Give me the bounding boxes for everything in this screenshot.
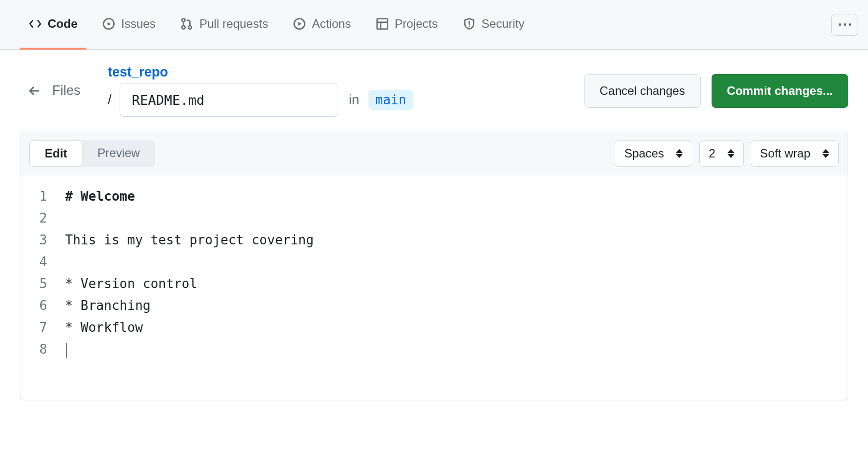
- line-number: 4: [20, 251, 65, 273]
- tab-label: Projects: [395, 17, 438, 31]
- line-content[interactable]: [65, 207, 848, 229]
- repo-nav-tabs: Code Issues Pull requests Actions Projec…: [20, 0, 831, 50]
- table-icon: [376, 17, 389, 30]
- line-content[interactable]: [65, 338, 848, 360]
- svg-point-3: [182, 26, 186, 29]
- back-arrow-icon[interactable]: [27, 84, 41, 98]
- in-label: in: [349, 92, 360, 108]
- chevron-sort-icon: [676, 149, 683, 158]
- indent-size-select[interactable]: 2: [699, 140, 743, 167]
- editor: Edit Preview Spaces 2 Soft wrap 1# Welco…: [20, 132, 848, 400]
- svg-point-7: [468, 25, 470, 27]
- code-line: 7* Workflow: [20, 316, 848, 338]
- tab-label: Security: [482, 17, 525, 31]
- tab-label: Pull requests: [199, 17, 268, 31]
- tab-security[interactable]: Security: [454, 0, 534, 50]
- edit-tab[interactable]: Edit: [29, 140, 82, 167]
- line-number: 2: [20, 207, 65, 229]
- tab-projects[interactable]: Projects: [367, 0, 447, 50]
- svg-point-1: [107, 22, 110, 25]
- chevron-sort-icon: [727, 149, 734, 158]
- files-label: Files: [52, 83, 80, 98]
- repo-nav: Code Issues Pull requests Actions Projec…: [0, 0, 868, 50]
- indent-mode-select[interactable]: Spaces: [615, 140, 692, 167]
- tab-label: Code: [48, 17, 77, 31]
- issue-icon: [102, 17, 115, 30]
- filename-input[interactable]: [120, 83, 338, 117]
- header-actions: Cancel changes Commit changes...: [584, 74, 849, 108]
- branch-pill[interactable]: main: [368, 90, 414, 110]
- select-value: Spaces: [624, 147, 664, 160]
- line-number: 6: [20, 295, 65, 316]
- code-line: 8: [20, 338, 848, 360]
- file-header: Files test_repo / in main Cancel changes…: [0, 50, 868, 132]
- code-line: 4: [20, 251, 848, 273]
- kebab-icon: [839, 23, 851, 26]
- tab-label: Actions: [312, 17, 351, 31]
- line-content[interactable]: * Workflow: [65, 316, 848, 338]
- code-line: 2: [20, 207, 848, 229]
- line-content[interactable]: * Branching: [65, 295, 848, 316]
- line-content[interactable]: * Version control: [65, 273, 848, 295]
- line-number: 5: [20, 273, 65, 295]
- svg-rect-6: [377, 18, 387, 29]
- line-content[interactable]: This is my test project covering: [65, 229, 848, 251]
- tab-actions[interactable]: Actions: [284, 0, 360, 50]
- code-line: 1# Welcome: [20, 185, 848, 207]
- line-number: 3: [20, 229, 65, 251]
- play-circle-icon: [293, 17, 306, 30]
- path-slash: /: [108, 92, 112, 108]
- tab-code[interactable]: Code: [20, 0, 86, 50]
- text-cursor: [66, 343, 67, 358]
- select-value: 2: [709, 147, 715, 160]
- svg-point-2: [182, 18, 186, 22]
- git-pr-icon: [180, 17, 193, 30]
- preview-tab[interactable]: Preview: [82, 140, 154, 167]
- shield-icon: [463, 17, 476, 30]
- svg-point-4: [189, 26, 192, 29]
- code-line: 3This is my test project covering: [20, 229, 848, 251]
- tab-pull-requests[interactable]: Pull requests: [171, 0, 277, 50]
- path-row: / in main: [108, 83, 413, 117]
- commit-button[interactable]: Commit changes...: [712, 74, 848, 108]
- line-number: 7: [20, 316, 65, 338]
- chevron-sort-icon: [822, 149, 829, 158]
- line-content[interactable]: # Welcome: [65, 185, 848, 207]
- nav-more-button[interactable]: [831, 14, 858, 36]
- cancel-button[interactable]: Cancel changes: [584, 74, 701, 108]
- editor-toolbar: Edit Preview Spaces 2 Soft wrap: [20, 132, 848, 175]
- code-area[interactable]: 1# Welcome23This is my test project cove…: [20, 175, 848, 400]
- path-column: test_repo / in main: [108, 65, 413, 117]
- line-number: 8: [20, 338, 65, 360]
- line-number: 1: [20, 185, 65, 207]
- tab-issues[interactable]: Issues: [93, 0, 164, 50]
- line-content[interactable]: [65, 251, 848, 273]
- code-icon: [29, 17, 42, 30]
- tab-label: Issues: [121, 17, 155, 31]
- repo-link[interactable]: test_repo: [108, 65, 413, 80]
- editor-mode-tabs: Edit Preview: [29, 140, 155, 167]
- code-line: 5* Version control: [20, 273, 848, 295]
- select-value: Soft wrap: [760, 147, 810, 160]
- code-line: 6* Branching: [20, 295, 848, 316]
- wrap-mode-select[interactable]: Soft wrap: [751, 140, 839, 167]
